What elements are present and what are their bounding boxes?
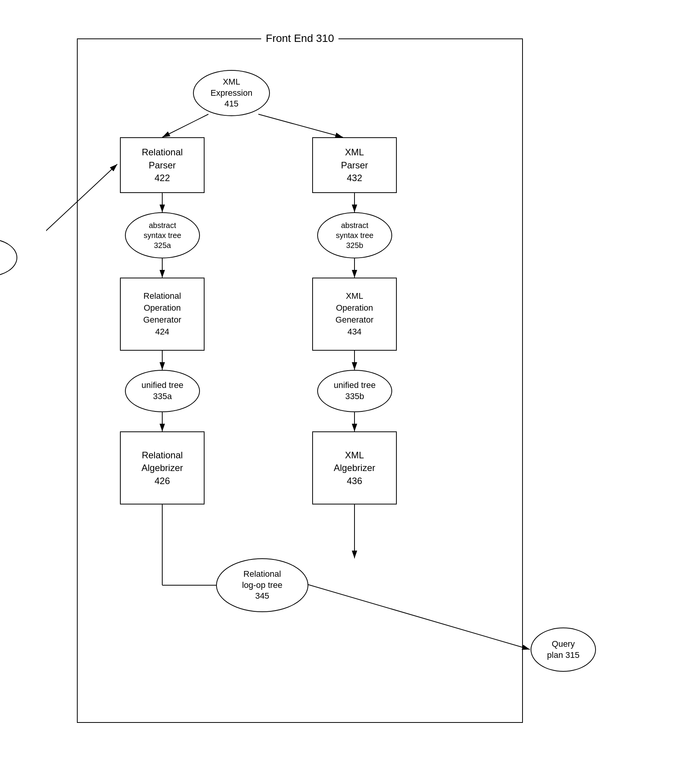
rel-op-gen-rect: Relational Operation Generator 424 xyxy=(120,278,205,351)
xml-op-gen-rect: XML Operation Generator 434 xyxy=(312,278,397,351)
svg-line-1 xyxy=(162,114,208,137)
unified-b-ellipse: unified tree 335b xyxy=(317,370,392,412)
frontend-box: Front End 310 xyxy=(77,38,523,723)
query-plan-ellipse: Query plan 315 xyxy=(531,628,596,672)
svg-line-2 xyxy=(258,114,343,137)
rel-algebrizer-rect: Relational Algebrizer 426 xyxy=(120,431,205,504)
xml-algebrizer-rect: XML Algebrizer 436 xyxy=(312,431,397,504)
ast-b-ellipse: abstract syntax tree 325b xyxy=(317,212,392,258)
diagram-container: Front End 310 xyxy=(46,23,615,754)
frontend-title: Front End 310 xyxy=(261,32,338,45)
xml-expression-ellipse: XML Expression 415 xyxy=(193,70,270,116)
rel-log-op-tree-ellipse: Relational log-op tree 345 xyxy=(216,558,308,612)
relational-parser-rect: Relational Parser 422 xyxy=(120,137,205,193)
unified-a-ellipse: unified tree 335a xyxy=(125,370,200,412)
query-ellipse: query 305 xyxy=(0,238,17,277)
xml-parser-rect: XML Parser 432 xyxy=(312,137,397,193)
ast-a-ellipse: abstract syntax tree 325a xyxy=(125,212,200,258)
